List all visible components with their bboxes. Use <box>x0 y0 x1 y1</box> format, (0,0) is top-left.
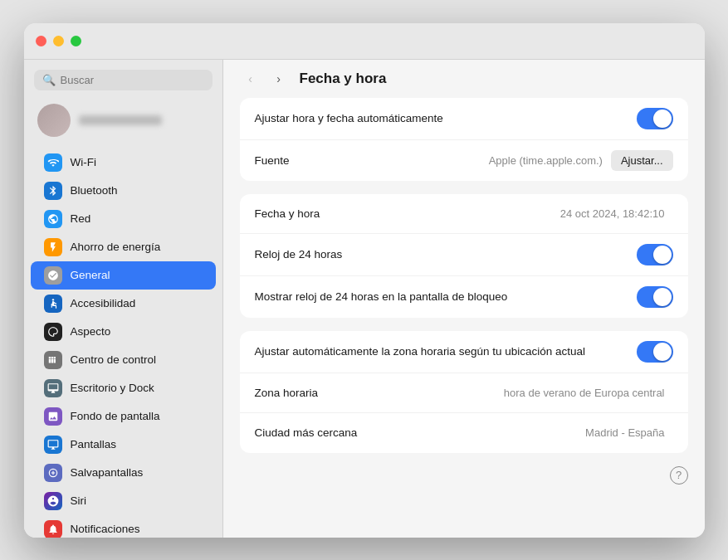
timezone-row: Zona horaria hora de verano de Europa ce… <box>240 373 688 413</box>
source-row: Fuente Apple (time.apple.com.) Ajustar..… <box>240 140 688 181</box>
back-button[interactable]: ‹ <box>240 68 261 90</box>
sidebar-item-wifi-label: Wi-Fi <box>71 156 96 168</box>
user-name <box>79 115 162 125</box>
24h-clock-row: Reloj de 24 horas <box>240 234 688 276</box>
date-time-row: Fecha y hora 24 oct 2024, 18:42:10 <box>240 194 688 234</box>
control-center-icon <box>44 351 62 369</box>
sidebar-item-bluetooth-label: Bluetooth <box>71 184 118 197</box>
sidebar-item-displays[interactable]: Pantallas <box>31 431 216 459</box>
sidebar-item-desktop-dock-label: Escritorio y Dock <box>71 382 154 394</box>
settings-section-1: Ajustar hora y fecha automáticamente Fue… <box>240 98 688 181</box>
auto-time-toggle[interactable] <box>637 108 673 129</box>
siri-icon <box>44 492 62 510</box>
general-icon <box>44 266 62 285</box>
main-window: 🔍 Wi-Fi Bluetooth <box>24 23 705 538</box>
window-body: 🔍 Wi-Fi Bluetooth <box>24 60 705 538</box>
desktop-dock-icon <box>44 379 62 397</box>
sidebar-item-bluetooth[interactable]: Bluetooth <box>31 177 216 205</box>
sidebar-item-screensaver[interactable]: Salvapantallas <box>31 459 216 487</box>
accessibility-icon <box>44 295 62 313</box>
sidebar-item-siri[interactable]: Siri <box>31 487 216 515</box>
date-time-label: Fecha y hora <box>255 207 560 220</box>
lockscreen-clock-label: Mostrar reloj de 24 horas en la pantalla… <box>255 290 637 303</box>
close-button[interactable] <box>36 36 46 46</box>
24h-clock-toggle[interactable] <box>637 244 673 265</box>
sidebar-item-energy-label: Ahorro de energía <box>71 241 161 253</box>
nearest-city-row: Ciudad más cercana Madrid - España <box>240 413 688 453</box>
avatar <box>37 104 71 137</box>
search-icon: 🔍 <box>42 74 56 86</box>
sidebar-item-wifi[interactable]: Wi-Fi <box>31 149 216 177</box>
auto-time-label: Ajustar hora y fecha automáticamente <box>255 112 637 124</box>
source-label: Fuente <box>255 154 489 167</box>
timezone-value: hora de verano de Europa central <box>504 387 665 399</box>
displays-icon <box>44 436 62 454</box>
wifi-icon <box>44 153 62 172</box>
forward-button[interactable]: › <box>268 68 290 90</box>
bluetooth-icon <box>44 182 62 200</box>
nearest-city-label: Ciudad más cercana <box>255 426 586 439</box>
auto-timezone-toggle-knob <box>653 343 672 361</box>
sidebar-item-displays-label: Pantallas <box>71 438 117 450</box>
maximize-button[interactable] <box>71 36 81 46</box>
sidebar-item-control-center-label: Centro de control <box>71 353 157 366</box>
energy-icon <box>44 238 62 256</box>
sidebar: 🔍 Wi-Fi Bluetooth <box>24 60 223 538</box>
auto-timezone-toggle[interactable] <box>637 341 673 363</box>
sidebar-item-desktop-dock[interactable]: Escritorio y Dock <box>31 374 216 402</box>
date-time-value: 24 oct 2024, 18:42:10 <box>560 207 665 220</box>
sidebar-item-accessibility-label: Accesibilidad <box>71 297 136 309</box>
timezone-label: Zona horaria <box>255 387 504 399</box>
network-icon <box>44 210 62 228</box>
sidebar-item-network[interactable]: Red <box>31 205 216 233</box>
sidebar-item-appearance-label: Aspecto <box>71 325 111 338</box>
source-value: Apple (time.apple.com.) <box>489 154 603 167</box>
sidebar-item-wallpaper-label: Fondo de pantalla <box>71 410 160 422</box>
sidebar-item-notifications-label: Notificaciones <box>71 523 140 535</box>
main-content: ‹ › Fecha y hora Ajustar hora y fecha au… <box>223 60 705 538</box>
sidebar-item-general[interactable]: General <box>31 261 216 290</box>
page-title: Fecha y hora <box>300 71 387 87</box>
24h-clock-label: Reloj de 24 horas <box>255 248 637 261</box>
appearance-icon <box>44 323 62 341</box>
sidebar-item-accessibility[interactable]: Accesibilidad <box>31 290 216 318</box>
auto-time-row: Ajustar hora y fecha automáticamente <box>240 98 688 140</box>
settings-section-2: Fecha y hora 24 oct 2024, 18:42:10 Reloj… <box>240 194 688 318</box>
sidebar-item-appearance[interactable]: Aspecto <box>31 318 216 346</box>
search-input[interactable] <box>61 74 204 86</box>
sidebar-item-screensaver-label: Salvapantallas <box>71 466 144 479</box>
screensaver-icon <box>44 464 62 482</box>
sidebar-item-network-label: Red <box>71 212 91 225</box>
auto-timezone-row: Ajustar automáticamente la zona horaria … <box>240 331 688 373</box>
settings-section-3: Ajustar automáticamente la zona horaria … <box>240 331 688 453</box>
nearest-city-value: Madrid - España <box>585 426 664 439</box>
auto-time-toggle-knob <box>653 110 672 128</box>
user-profile <box>24 99 222 149</box>
traffic-lights <box>36 36 81 46</box>
sidebar-item-control-center[interactable]: Centro de control <box>31 346 216 374</box>
source-adjust-button[interactable]: Ajustar... <box>611 150 673 171</box>
help-button[interactable]: ? <box>670 466 688 485</box>
nav-bar: ‹ › Fecha y hora <box>223 60 705 98</box>
wallpaper-icon <box>44 407 62 426</box>
sidebar-item-energy[interactable]: Ahorro de energía <box>31 233 216 261</box>
titlebar <box>24 23 705 60</box>
lockscreen-clock-row: Mostrar reloj de 24 horas en la pantalla… <box>240 276 688 318</box>
sidebar-item-notifications[interactable]: Notificaciones <box>31 515 216 538</box>
auto-timezone-label: Ajustar automáticamente la zona horaria … <box>255 345 637 358</box>
search-bar[interactable]: 🔍 <box>34 70 213 90</box>
svg-point-0 <box>51 299 53 300</box>
sidebar-item-wallpaper[interactable]: Fondo de pantalla <box>31 402 216 431</box>
24h-clock-toggle-knob <box>653 246 672 264</box>
sidebar-item-general-label: General <box>71 269 110 281</box>
lockscreen-clock-toggle[interactable] <box>637 286 673 308</box>
notifications-icon <box>44 520 62 538</box>
sidebar-item-siri-label: Siri <box>71 494 87 507</box>
lockscreen-clock-toggle-knob <box>653 288 672 306</box>
minimize-button[interactable] <box>53 36 64 46</box>
